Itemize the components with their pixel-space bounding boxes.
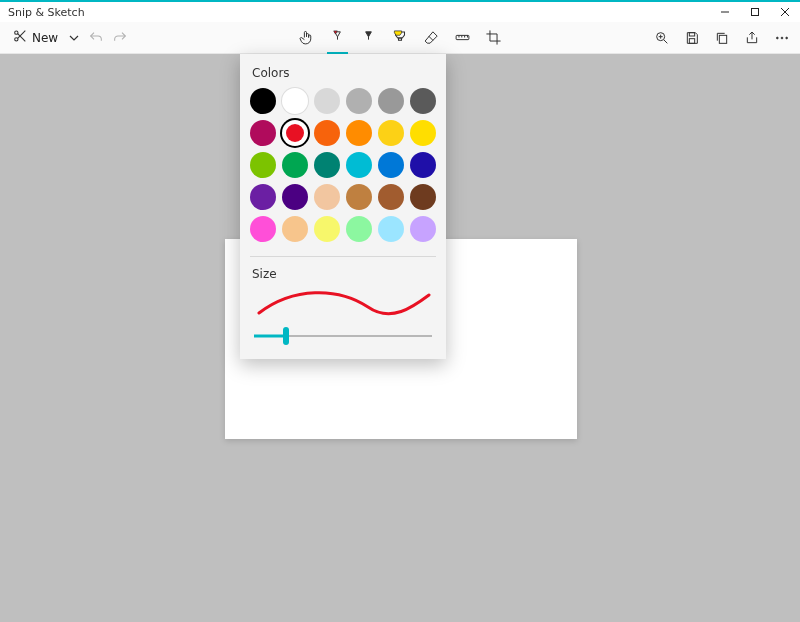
color-swatch[interactable] xyxy=(282,184,308,210)
copy-button[interactable] xyxy=(712,28,732,48)
color-swatch[interactable] xyxy=(378,120,404,146)
size-slider[interactable] xyxy=(254,329,432,343)
titlebar: Snip & Sketch xyxy=(0,0,800,22)
color-swatch[interactable] xyxy=(314,88,340,114)
colors-label: Colors xyxy=(252,66,436,80)
touch-writing-button[interactable] xyxy=(296,27,317,48)
new-snip-dropdown[interactable] xyxy=(66,30,82,46)
undo-button[interactable] xyxy=(86,28,106,48)
slider-thumb[interactable] xyxy=(283,327,289,345)
window-controls xyxy=(710,2,800,22)
color-swatch[interactable] xyxy=(314,152,340,178)
ruler-button[interactable] xyxy=(452,27,473,48)
svg-point-26 xyxy=(786,37,788,39)
svg-point-5 xyxy=(15,38,18,41)
redo-button[interactable] xyxy=(110,28,130,48)
eraser-button[interactable] xyxy=(421,27,442,48)
pencil-button[interactable] xyxy=(358,27,379,48)
new-button-label: New xyxy=(32,31,58,45)
close-button[interactable] xyxy=(770,2,800,22)
popover-divider xyxy=(250,256,436,257)
toolbar: New xyxy=(0,22,800,54)
color-swatch[interactable] xyxy=(378,88,404,114)
scissors-icon xyxy=(12,28,28,47)
color-swatch[interactable] xyxy=(346,184,372,210)
pen-options-popover: Colors Size xyxy=(240,54,446,359)
svg-rect-12 xyxy=(456,35,469,39)
share-button[interactable] xyxy=(742,28,762,48)
color-swatch-grid xyxy=(250,88,436,242)
svg-point-4 xyxy=(15,31,18,34)
zoom-button[interactable] xyxy=(652,28,672,48)
ballpoint-pen-button[interactable] xyxy=(327,27,348,48)
color-swatch[interactable] xyxy=(410,152,436,178)
color-swatch[interactable] xyxy=(346,152,372,178)
color-swatch[interactable] xyxy=(378,152,404,178)
color-swatch[interactable] xyxy=(410,88,436,114)
color-swatch[interactable] xyxy=(410,216,436,242)
color-swatch[interactable] xyxy=(250,216,276,242)
app-title: Snip & Sketch xyxy=(8,6,85,19)
canvas-area: Colors Size xyxy=(0,54,800,622)
highlighter-button[interactable] xyxy=(389,27,411,49)
color-swatch[interactable] xyxy=(250,120,276,146)
color-swatch[interactable] xyxy=(282,216,308,242)
color-swatch[interactable] xyxy=(410,120,436,146)
highlighter-color-indicator-icon xyxy=(389,27,407,45)
slider-track-active xyxy=(254,335,286,338)
color-swatch[interactable] xyxy=(314,216,340,242)
color-swatch[interactable] xyxy=(378,184,404,210)
svg-point-25 xyxy=(781,37,783,39)
pen-color-indicator-icon xyxy=(327,27,344,44)
color-swatch[interactable] xyxy=(250,152,276,178)
svg-line-11 xyxy=(429,36,433,40)
color-swatch[interactable] xyxy=(346,88,372,114)
color-swatch[interactable] xyxy=(346,216,372,242)
color-swatch[interactable] xyxy=(250,184,276,210)
color-swatch[interactable] xyxy=(346,120,372,146)
stroke-preview-icon xyxy=(253,289,433,319)
color-swatch[interactable] xyxy=(314,120,340,146)
size-label: Size xyxy=(252,267,436,281)
color-swatch[interactable] xyxy=(282,120,308,146)
color-swatch[interactable] xyxy=(410,184,436,210)
svg-point-24 xyxy=(776,37,778,39)
new-snip-button[interactable]: New xyxy=(8,25,62,50)
svg-rect-21 xyxy=(689,32,694,35)
color-swatch[interactable] xyxy=(282,88,308,114)
minimize-button[interactable] xyxy=(710,2,740,22)
svg-rect-23 xyxy=(719,35,726,43)
more-button[interactable] xyxy=(772,28,792,48)
color-swatch[interactable] xyxy=(282,152,308,178)
svg-rect-22 xyxy=(689,38,694,43)
svg-line-18 xyxy=(664,40,667,43)
save-button[interactable] xyxy=(682,28,702,48)
maximize-button[interactable] xyxy=(740,2,770,22)
svg-rect-1 xyxy=(752,9,759,16)
color-swatch[interactable] xyxy=(250,88,276,114)
color-swatch[interactable] xyxy=(378,216,404,242)
crop-button[interactable] xyxy=(483,27,504,48)
color-swatch[interactable] xyxy=(314,184,340,210)
